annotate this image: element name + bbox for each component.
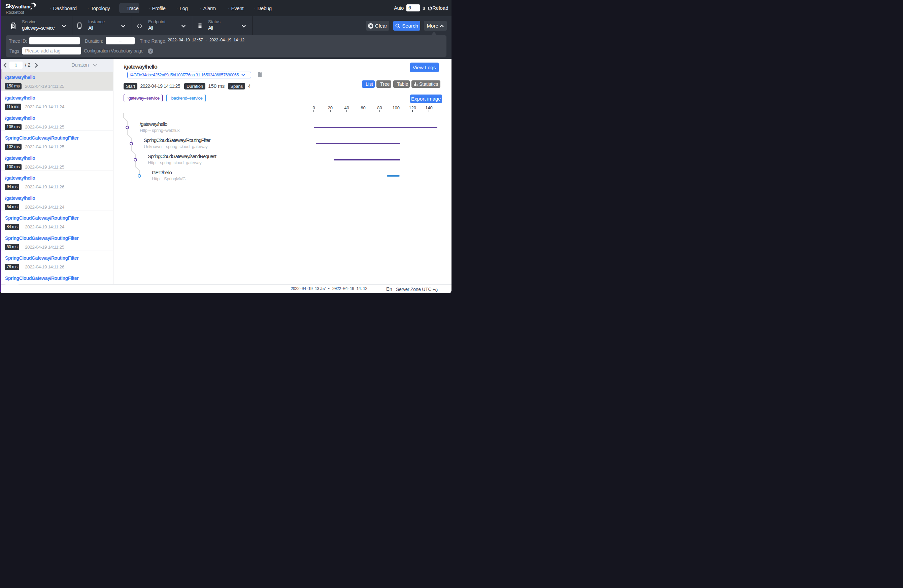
svg-text:?: ? xyxy=(149,49,152,53)
